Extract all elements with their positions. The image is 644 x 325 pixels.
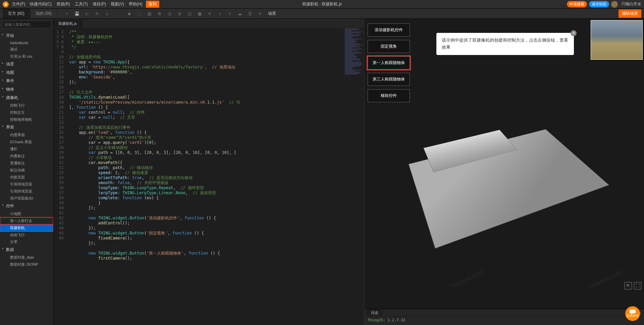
request-assist-button[interactable]: 请求协助 (589, 1, 609, 7)
fullscreen-icon[interactable]: ⛶ (634, 282, 641, 289)
btn-fixed-view[interactable]: 固定视角 (368, 40, 410, 53)
gear-icon[interactable]: ⚙ (157, 11, 162, 16)
pip-camera-view[interactable] (591, 20, 643, 60)
tree-section[interactable]: 控件 (0, 202, 53, 210)
tree-item[interactable]: 自由飞行 (0, 231, 53, 238)
tree-item[interactable]: 数据对接 JSONP (0, 261, 53, 268)
window-icon[interactable]: ◫ (187, 11, 192, 16)
tooltip-close-icon[interactable]: ✕ (571, 30, 577, 36)
log-tab[interactable]: 日志 (367, 310, 382, 316)
tree-item[interactable]: 引用跨域页面 (0, 188, 53, 195)
apply-model-button[interactable]: 申请建模 (567, 1, 587, 7)
tree-section[interactable]: 地图 (0, 68, 53, 77)
scene-label: 场景 (268, 11, 276, 16)
music-icon[interactable]: ♫ (217, 11, 222, 16)
share-icon[interactable]: ⇪ (227, 11, 232, 16)
save-icon[interactable]: 💾 (74, 11, 79, 16)
tree-section[interactable]: 界面 (0, 123, 53, 131)
clock-icon[interactable]: ◷ (167, 11, 172, 16)
line-gutter: 1 2 3 4 5 6 7 8 9 10 11 12 13 14 15 16 1… (54, 28, 66, 325)
menu-shortcode[interactable]: 快捷代码(C) (30, 1, 52, 7)
tree-item[interactable]: 内置界面 (0, 131, 53, 139)
user-avatar[interactable] (611, 1, 618, 8)
tree-section[interactable]: 数据 (0, 246, 53, 254)
view-icons: ⇱ ⛶ (625, 282, 641, 289)
tree-item[interactable]: 用户页面嵌3D (0, 195, 53, 202)
tree-item[interactable]: 标注动画 (0, 167, 53, 174)
list-icon[interactable]: ☰ (247, 11, 253, 16)
grid-icon[interactable]: ▦ (197, 11, 202, 16)
username-label: 只喝白开水 (621, 1, 641, 7)
tree-section[interactable]: 场景 (0, 60, 53, 68)
search-input[interactable] (2, 21, 51, 28)
btn-add-camera[interactable]: 添加摄影机控件 (368, 23, 410, 37)
run-icon[interactable]: ▷ (84, 11, 90, 16)
logo-icon: ◉ (3, 1, 9, 7)
edit-scene-button[interactable]: 编辑场景 (619, 9, 641, 18)
redo-icon[interactable]: ↻ (94, 11, 100, 16)
menu-items: 文件(F) 快捷代码(C) 资源(R) 工具(T) 项目(P) 视图(V) 帮助… (12, 1, 143, 7)
cloud-icon[interactable]: ☁ (237, 11, 243, 16)
log-content: ThingJS: 1.2.7.32 (364, 317, 644, 324)
tree-item[interactable]: 控制飞行 (0, 102, 53, 109)
btn-third-person[interactable]: 第三人称跟随物体 (368, 73, 410, 86)
tree-item[interactable]: HelloWorld (0, 40, 53, 46)
tree-item[interactable]: ECharts 界面 (0, 139, 53, 146)
copy-icon[interactable]: ⧉ (177, 11, 182, 16)
tree-item[interactable]: 分享 (0, 238, 53, 246)
add-icon[interactable]: ＋ (64, 11, 69, 16)
tree-section[interactable]: 物体 (0, 85, 53, 94)
tree-item[interactable]: 小地图 (0, 210, 53, 217)
menubar: ◉ 文件(F) 快捷代码(C) 资源(R) 工具(T) 项目(P) 视图(V) … (0, 0, 644, 9)
shuffle-icon[interactable]: ✕ (207, 11, 212, 16)
tree-item[interactable]: 普通标注 (0, 160, 53, 167)
tooltip: 该示例中提供了双摄像机的创建和控制方法，点击左侧按钮，查看效果 ✕ (436, 33, 574, 55)
sidebar: 开始HelloWorld调试引用 js 和 css场景地图事件物体摄像机控制飞行… (0, 19, 54, 325)
menu-tool[interactable]: 工具(T) (75, 1, 88, 7)
tree-item[interactable]: 引用 js 和 css (0, 53, 53, 60)
tree-item[interactable]: 第一人称行走 (0, 217, 53, 224)
menu-view[interactable]: 视图(V) (111, 1, 124, 7)
tree-item[interactable]: 数据对接_Ajax (0, 254, 53, 261)
tree-nav[interactable]: 开始HelloWorld调试引用 js 和 css场景地图事件物体摄像机控制飞行… (0, 30, 53, 325)
file-tab-active[interactable]: 双摄影机.js (54, 19, 82, 28)
tree-section[interactable]: 开始 (0, 32, 53, 40)
tab-mine[interactable]: 我的 (59) (30, 9, 58, 18)
toolbar: 官方 (82) 我的 (59) ＋ 💾 ▷ ↻ ⤓ ☻ ⬚ ▤ ⚙ ◷ ⧉ ◫ … (0, 9, 644, 19)
panel1-icon[interactable]: ▤ (147, 11, 152, 16)
tree-item[interactable]: 控制交互 (0, 109, 53, 116)
tree-item[interactable]: 调试 (0, 46, 53, 53)
tree-item[interactable]: 通栏 (0, 146, 53, 153)
editor-body[interactable]: 1 2 3 4 5 6 7 8 9 10 11 12 13 14 15 16 1… (54, 28, 364, 325)
menu-help[interactable]: 帮助(H) (129, 1, 143, 7)
menu-icon[interactable]: ≡ (257, 11, 263, 16)
menu-resource[interactable]: 资源(R) (56, 1, 70, 7)
tree-item[interactable]: 引用同域页面 (0, 181, 53, 188)
globe-icon[interactable]: ☻ (126, 11, 132, 16)
window-title: 双摄影机 - 双摄影机.js (302, 1, 342, 7)
tab-official[interactable]: 官方 (82) (3, 9, 30, 18)
overlay-buttons: 添加摄影机控件 固定视角 第一人称跟随物体 第三人称跟随物体 移除控件 (368, 23, 410, 102)
menu-file[interactable]: 文件(F) (12, 1, 25, 7)
menu-project[interactable]: 项目(P) (93, 1, 106, 7)
btn-first-person[interactable]: 第一人称跟随物体 (368, 56, 410, 69)
preview-panel: 添加摄影机控件 固定视角 第一人称跟随物体 第三人称跟随物体 移除控件 该示例中… (364, 19, 644, 325)
signin-button[interactable]: 签到 (146, 1, 159, 8)
chat-bubble[interactable]: 在线咨询 (625, 306, 640, 321)
tree-item[interactable]: 内置标注 (0, 153, 53, 160)
code-content[interactable]: /** * 说明：双摄像机控件 * 难度：★★☆☆☆ */ // 加载场景代码 … (66, 28, 344, 325)
editor-area: 双摄影机.js 1 2 3 4 5 6 7 8 9 10 11 12 13 14… (54, 19, 364, 325)
tooltip-text: 该示例中提供了双摄像机的创建和控制方法，点击左侧按钮，查看效果 (442, 38, 568, 50)
tree-item[interactable]: 内嵌页面 (0, 174, 53, 181)
btn-remove-control[interactable]: 移除控件 (368, 89, 410, 102)
preview-viewport[interactable]: 添加摄影机控件 固定视角 第一人称跟随物体 第三人称跟随物体 移除控件 该示例中… (364, 19, 644, 309)
tree-section[interactable]: 事件 (0, 77, 53, 85)
tree-item[interactable]: 控制地球相机 (0, 116, 53, 123)
cube-icon[interactable]: ⬚ (137, 11, 142, 16)
minimap[interactable] (344, 28, 364, 325)
tree-item[interactable]: 双摄影机 (0, 224, 53, 231)
expand-icon[interactable]: ⇱ (625, 282, 632, 289)
tree-section[interactable]: 摄像机 (0, 94, 53, 102)
download-icon[interactable]: ⤓ (104, 11, 110, 16)
log-panel: 日志 ⚠ 🗑 ThingJS: 1.2.7.32 (364, 309, 644, 325)
